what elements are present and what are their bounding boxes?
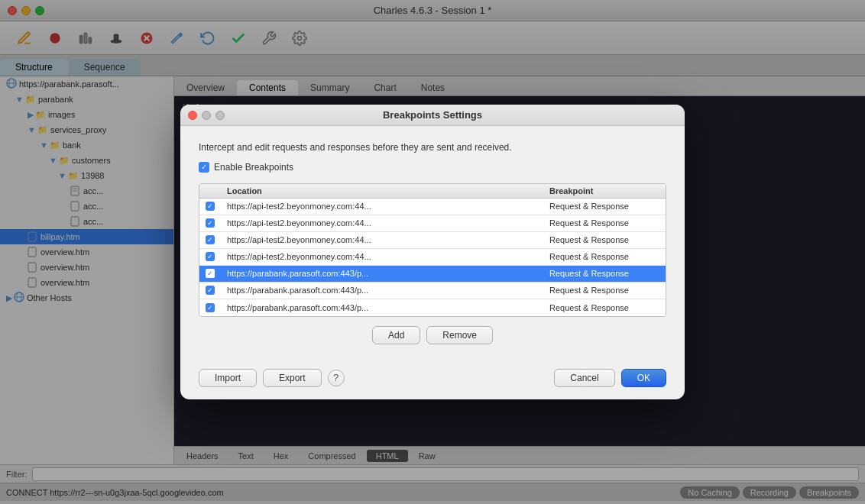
row-location: https://api-test2.beyonmoney.com:44... [221,218,543,228]
modal-footer: Import Export ? Cancel OK [180,369,685,399]
breakpoints-table: Location Breakpoint ✓ https://api-test2.… [199,183,666,317]
row-breakpoint: Request & Response [543,235,666,244]
breakpoints-modal: Breakpoints Settings Intercept and edit … [180,105,685,399]
col-location: Location [221,184,543,198]
row-check[interactable]: ✓ [199,218,221,228]
row-check-selected[interactable]: ✓ [199,269,221,278]
table-row[interactable]: ✓ https://api-test2.beyonmoney.com:44...… [199,199,666,215]
table-row[interactable]: ✓ https://parabank.parasoft.com:443/p...… [199,299,666,316]
modal-min-btn[interactable] [202,111,211,120]
modal-traffic-lights [188,111,225,120]
export-button[interactable]: Export [263,369,322,387]
row-location: https://api-test2.beyonmoney.com:44... [221,235,543,244]
modal-body: Intercept and edit requests and response… [180,126,685,369]
add-remove-row: Add Remove [199,326,666,344]
modal-title: Breakpoints Settings [383,109,482,121]
modal-footer-right: Cancel OK [554,369,666,387]
row-location: https://api-test2.beyonmoney.com:44... [221,202,543,211]
row-check[interactable]: ✓ [199,202,221,211]
table-row[interactable]: ✓ https://api-test2.beyonmoney.com:44...… [199,249,666,266]
row-breakpoint-selected: Request & Response [543,269,666,278]
enable-breakpoints-label: Enable Breakpoints [214,162,293,173]
help-button[interactable]: ? [328,370,345,386]
remove-button[interactable]: Remove [426,326,493,344]
row-location: https://parabank.parasoft.com:443/p... [221,286,543,295]
col-breakpoint: Breakpoint [543,184,666,198]
modal-close-btn[interactable] [188,111,197,120]
add-button[interactable]: Add [372,326,420,344]
row-check[interactable]: ✓ [199,252,221,261]
table-row[interactable]: ✓ https://parabank.parasoft.com:443/p...… [199,283,666,299]
row-check[interactable]: ✓ [199,303,221,312]
modal-footer-left: Import Export ? [199,369,345,387]
import-button[interactable]: Import [199,369,257,387]
cancel-button[interactable]: Cancel [554,369,614,387]
row-breakpoint: Request & Response [543,286,666,295]
modal-titlebar: Breakpoints Settings [180,105,685,126]
row-check[interactable]: ✓ [199,235,221,244]
table-header: Location Breakpoint [199,184,666,199]
modal-overlay: Breakpoints Settings Intercept and edit … [0,0,865,504]
modal-max-btn[interactable] [215,111,225,120]
row-location-selected: https://parabank.parasoft.com:443/p... [221,269,543,278]
row-breakpoint: Request & Response [543,202,666,211]
modal-description: Intercept and edit requests and response… [199,141,666,154]
row-breakpoint: Request & Response [543,303,666,312]
row-breakpoint: Request & Response [543,218,666,228]
table-row-selected[interactable]: ✓ https://parabank.parasoft.com:443/p...… [199,266,666,283]
table-row[interactable]: ✓ https://api-test2.beyonmoney.com:44...… [199,232,666,249]
row-location: https://api-test2.beyonmoney.com:44... [221,252,543,261]
row-location: https://parabank.parasoft.com:443/p... [221,303,543,312]
ok-button[interactable]: OK [621,369,666,387]
col-check [199,184,221,198]
row-check[interactable]: ✓ [199,286,221,295]
row-breakpoint: Request & Response [543,252,666,261]
enable-breakpoints-row: ✓ Enable Breakpoints [199,162,666,173]
enable-breakpoints-checkbox[interactable]: ✓ [199,162,209,173]
table-row[interactable]: ✓ https://api-test2.beyonmoney.com:44...… [199,215,666,232]
